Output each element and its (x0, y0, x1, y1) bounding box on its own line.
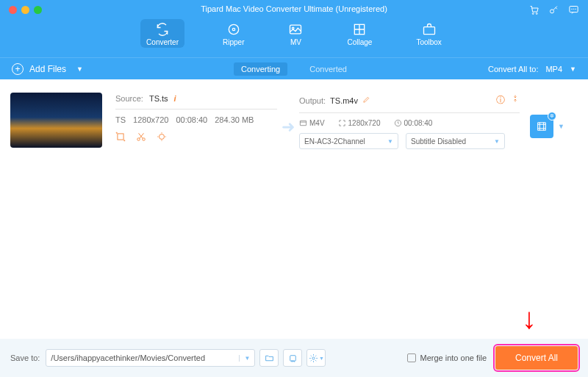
svg-point-18 (159, 134, 165, 140)
svg-rect-21 (538, 123, 546, 131)
footer-bar: Save to: /Users/ihappyacethinker/Movies/… (0, 339, 588, 377)
close-window[interactable] (9, 6, 17, 14)
output-panel: Output: TS.m4v ⓘ M4V 1280x720 00:08:40 E… (299, 88, 520, 149)
svg-point-1 (536, 13, 537, 15)
minimize-window[interactable] (21, 6, 29, 14)
window-controls (9, 6, 42, 14)
svg-point-2 (551, 10, 554, 13)
output-filename: TS.m4v (330, 96, 358, 105)
enhance-icon[interactable] (157, 132, 167, 144)
svg-point-7 (229, 24, 238, 34)
info-icon[interactable]: i (174, 94, 176, 103)
save-path-input[interactable]: /Users/ihappyacethinker/Movies/Converted… (46, 349, 255, 367)
annotation-arrow: ↓ (522, 304, 537, 333)
source-label: Source: (115, 94, 143, 103)
maximize-window[interactable] (34, 6, 42, 14)
source-ext: TS (115, 115, 126, 124)
chevron-down-icon: ▼ (76, 65, 83, 73)
svg-rect-13 (118, 134, 123, 140)
settings-button[interactable]: ▼ (306, 349, 326, 367)
chevron-down-icon: ▼ (570, 65, 576, 73)
svg-rect-19 (300, 121, 306, 125)
edit-icon[interactable] (362, 96, 370, 105)
audio-track-select[interactable]: EN-AC3-2Channel▼ (299, 133, 398, 149)
compress-icon[interactable] (511, 94, 520, 107)
source-duration: 00:08:40 (176, 115, 207, 124)
add-files-button[interactable]: + Add Files ▼ (12, 63, 83, 75)
chevron-down-icon: ▼ (558, 123, 564, 130)
add-files-label: Add Files (29, 64, 66, 74)
tab-converted[interactable]: Converted (302, 62, 354, 76)
cart-icon[interactable] (528, 4, 539, 18)
svg-point-4 (572, 9, 573, 10)
plus-icon: + (12, 63, 24, 75)
cut-icon[interactable] (136, 132, 146, 144)
svg-point-14 (116, 132, 117, 133)
video-thumbnail[interactable] (10, 93, 102, 148)
tab-converter[interactable]: Converter (140, 19, 184, 48)
svg-rect-12 (423, 27, 434, 35)
output-profile-button[interactable]: ✲ ▼ (530, 115, 564, 138)
output-resolution: 1280x720 (348, 119, 381, 127)
output-label: Output: (299, 96, 326, 105)
merge-checkbox[interactable]: Merge into one file (407, 353, 487, 362)
window-title: Tipard Mac Video Converter Ultimate (Unr… (0, 0, 588, 13)
source-panel: Source: TS.ts i TS 1280x720 00:08:40 284… (115, 88, 277, 144)
arrow-right-icon: ➜ (277, 118, 299, 137)
app-header: Tipard Mac Video Converter Ultimate (Unr… (0, 0, 588, 57)
source-filename: TS.ts (149, 94, 168, 103)
convert-all-to-dropdown[interactable]: Convert All to: MP4 ▼ (488, 65, 576, 73)
sub-toolbar: + Add Files ▼ Converting Converted Conve… (0, 57, 588, 79)
svg-point-24 (312, 356, 315, 359)
tab-collage[interactable]: Collage (341, 19, 378, 48)
tab-converting[interactable]: Converting (234, 62, 287, 76)
source-resolution: 1280x720 (133, 115, 168, 124)
gpu-accel-button[interactable]: ON (283, 349, 302, 367)
svg-point-5 (573, 9, 574, 10)
tab-mv[interactable]: MV (282, 19, 309, 48)
tab-ripper[interactable]: Ripper (217, 19, 250, 48)
key-icon[interactable] (548, 4, 559, 18)
merge-label: Merge into one file (420, 353, 487, 362)
open-folder-button[interactable] (259, 349, 279, 367)
main-tabs: Converter Ripper MV Collage Toolbox (0, 19, 588, 48)
feedback-icon[interactable] (568, 4, 579, 18)
subtitle-select[interactable]: Subtitle Disabled▼ (406, 133, 505, 149)
svg-point-0 (532, 13, 534, 15)
convert-all-format: MP4 (545, 65, 562, 73)
checkbox-icon (407, 353, 416, 362)
info-icon[interactable]: ⓘ (496, 94, 505, 107)
svg-text:ON: ON (291, 359, 295, 362)
convert-all-button[interactable]: Convert All (495, 346, 578, 370)
film-icon: ✲ (530, 115, 553, 138)
svg-point-6 (576, 9, 576, 10)
save-to-label: Save to: (10, 353, 40, 362)
output-container: M4V (309, 119, 325, 127)
svg-point-8 (232, 28, 234, 30)
convert-all-to-label: Convert All to: (488, 65, 538, 73)
gear-icon: ✲ (548, 112, 556, 121)
crop-icon[interactable] (115, 132, 126, 144)
save-path-value: /Users/ihappyacethinker/Movies/Converted (51, 353, 205, 362)
path-dropdown[interactable]: ▼ (239, 355, 250, 362)
tab-toolbox[interactable]: Toolbox (410, 19, 447, 48)
status-tabs: Converting Converted (234, 62, 354, 76)
file-item: Source: TS.ts i TS 1280x720 00:08:40 284… (10, 88, 578, 162)
output-duration: 00:08:40 (404, 119, 433, 127)
svg-point-15 (124, 140, 125, 141)
source-size: 284.30 MB (215, 115, 254, 124)
